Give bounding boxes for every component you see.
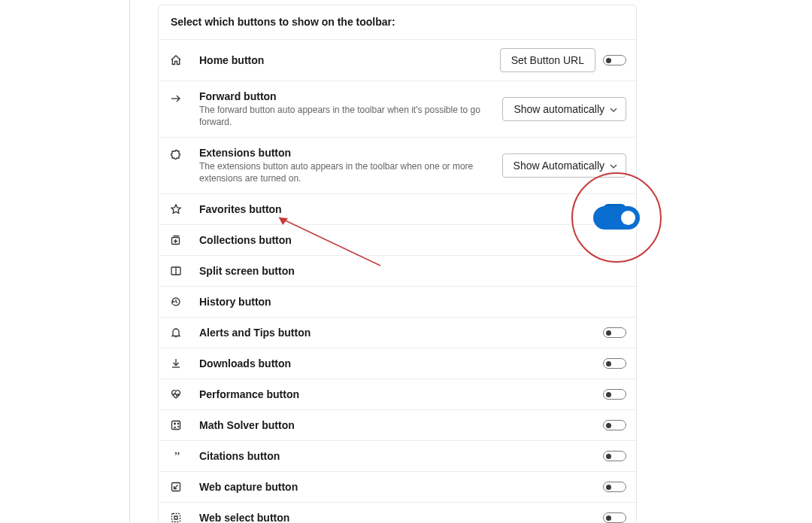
highlight-circle [571,172,662,263]
toggle-downloads[interactable] [603,358,626,369]
toggle-webcapture[interactable] [603,482,626,492]
history-label: History button [199,296,626,308]
home-label: Home button [199,54,500,66]
panel-header: Select which buttons to show on the tool… [159,5,636,39]
row-favorites: Favorites button [159,193,636,224]
home-icon [169,53,183,67]
puzzle-icon [169,148,183,162]
extensions-label: Extensions button [199,147,502,159]
svg-rect-4 [172,514,180,522]
forward-dropdown[interactable]: Show automatically [502,97,626,121]
split-screen-icon [169,264,183,278]
row-citations: ” Citations button [159,440,636,471]
row-performance: Performance button [159,379,636,409]
extensions-desc: The extensions button auto appears in th… [199,161,502,184]
extensions-dropdown-value: Show Automatically [514,160,604,172]
row-alerts: Alerts and Tips button [159,317,636,348]
row-downloads: Downloads button [159,348,636,379]
citations-label: Citations button [199,450,603,462]
web-select-icon [169,511,183,523]
row-home: Home button Set Button URL [159,39,636,81]
heartbeat-icon [169,388,183,401]
toggle-alerts[interactable] [603,327,626,338]
math-label: Math Solver button [199,419,603,431]
alerts-label: Alerts and Tips button [199,327,603,339]
row-webcapture: Web capture button [159,471,636,502]
row-extensions: Extensions button The extensions button … [159,137,636,193]
forward-label: Forward button [199,90,502,102]
downloads-label: Downloads button [199,357,603,369]
collections-label: Collections button [199,234,626,246]
collections-icon [169,233,183,247]
favorites-label: Favorites button [199,203,603,215]
row-split-screen: Split screen button [159,255,636,286]
chevron-down-icon [609,161,618,170]
row-math: Math Solver button [159,409,636,440]
split-screen-label: Split screen button [199,265,603,277]
row-forward: Forward button The forward button auto a… [159,81,636,137]
math-icon [169,418,183,432]
history-icon [169,295,183,309]
star-icon [169,202,183,216]
row-history: History button [159,286,636,317]
quotes-icon: ” [169,449,183,463]
left-divider [129,0,130,523]
toggle-citations[interactable] [603,451,626,461]
row-collections: Collections button [159,224,636,255]
web-capture-icon [169,480,183,494]
webselect-label: Web select button [199,512,603,523]
set-button-url-btn[interactable]: Set Button URL [500,48,595,72]
chevron-down-icon [609,105,618,114]
forward-dropdown-value: Show automatically [514,103,604,115]
toggle-home[interactable] [603,55,626,65]
toolbar-buttons-panel: Select which buttons to show on the tool… [158,5,637,523]
row-webselect: Web select button [159,502,636,523]
forward-arrow-icon [169,92,183,105]
download-icon [169,357,183,370]
svg-rect-2 [172,421,180,430]
toggle-webselect[interactable] [603,512,626,523]
forward-desc: The forward button auto appears in the t… [199,105,502,128]
bell-icon [169,326,183,339]
toggle-performance[interactable] [603,389,626,400]
toggle-split-screen[interactable] [593,206,640,230]
performance-label: Performance button [199,388,603,400]
webcapture-label: Web capture button [199,481,603,493]
toggle-math[interactable] [603,420,626,430]
